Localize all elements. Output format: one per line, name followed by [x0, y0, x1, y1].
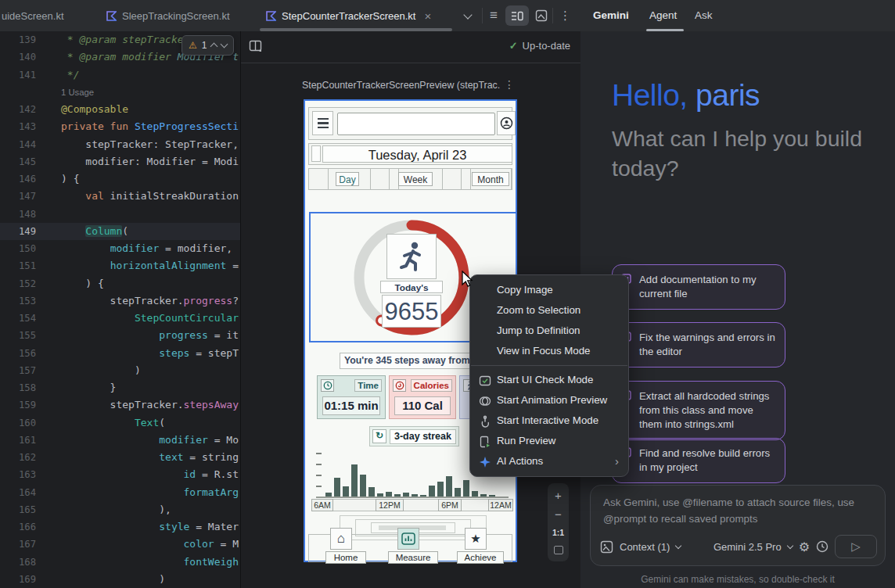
code-line: 162 text = string — [0, 449, 240, 466]
code-text: fontWeigh — [47, 554, 239, 571]
status-text: Up-to-date — [523, 40, 570, 52]
line-number: 146 — [0, 170, 47, 188]
tab-sleeptrackingscreen[interactable]: SleepTrackingScreen.kt — [106, 0, 230, 31]
code-text: style = Mater — [47, 518, 239, 536]
code-line: 147 val initialStreakDuration — [0, 188, 240, 205]
menu-item-copy-image[interactable]: Copy Image — [470, 280, 628, 300]
menu-item-start-animation-preview[interactable]: Start Animation Preview — [470, 390, 628, 411]
home-icon[interactable]: ⌂ — [330, 528, 352, 550]
tab-cell-divider — [442, 169, 443, 189]
zoom-to-fit-button[interactable] — [554, 546, 563, 554]
menu-item-jump-to-definition[interactable]: Jump to Definition — [470, 321, 628, 341]
layout-mode-icon[interactable] — [249, 39, 263, 56]
search-field[interactable] — [337, 113, 495, 135]
code-lines: 139 * @param stepTracker140 * @param mod… — [0, 31, 240, 588]
chart-axis-strip — [311, 499, 513, 511]
close-icon[interactable]: × — [424, 9, 431, 23]
code-line: 141 */ — [0, 66, 240, 84]
code-line: 144 stepTracker: StepTracker, — [0, 136, 240, 153]
attach-image-icon[interactable] — [600, 540, 613, 554]
suggestion-card[interactable]: Fix the warnings and errors in the edito… — [612, 322, 785, 368]
line-number: 153 — [0, 292, 47, 310]
greeting-subtitle: What can I help you build today? — [612, 124, 870, 183]
code-editor[interactable]: 139 * @param stepTracker140 * @param mod… — [0, 31, 240, 588]
settings-gear-icon[interactable]: ⚙ — [799, 540, 810, 554]
tab-cell-divider — [328, 169, 329, 189]
code-line: 159 stepTracker.stepsAway — [0, 396, 240, 414]
preview-options-icon[interactable]: ⋮ — [504, 78, 515, 91]
code-text: StepCountCircular — [47, 310, 239, 327]
axis-label: 12PM — [376, 499, 404, 511]
prev-warning-icon[interactable] — [210, 43, 218, 51]
more-options-icon[interactable]: ⋮ — [559, 0, 571, 31]
account-icon[interactable] — [497, 111, 516, 135]
context-selector[interactable]: Context (1) — [620, 541, 670, 553]
android-studio-window: uideScreen.kt SleepTrackingScreen.kt Ste… — [0, 0, 895, 588]
measure-icon[interactable] — [397, 528, 419, 550]
nav-label-achieve[interactable]: Achieve — [457, 551, 504, 564]
menu-item-zoom-to-selection[interactable]: Zoom to Selection — [470, 300, 628, 321]
line-number: 152 — [0, 275, 47, 292]
period-tab-month[interactable]: Month — [472, 172, 509, 186]
model-selector[interactable]: Gemini 2.5 Pro — [713, 541, 782, 553]
zoom-actual-size-button[interactable]: 1:1 — [552, 527, 564, 538]
code-text: ) — [47, 571, 165, 588]
achieve-icon[interactable]: ★ — [465, 528, 487, 550]
steps-away-text: You're 345 steps away from your — [340, 353, 487, 369]
period-tab-week[interactable]: Week — [398, 172, 433, 186]
code-view-icon[interactable]: ≡ — [490, 0, 498, 31]
send-button[interactable]: ▷ — [835, 535, 877, 558]
tab-label: StepCounterTrackerScreen.kt — [282, 10, 415, 22]
code-text: ) { — [47, 275, 104, 292]
suggestion-card[interactable]: Find and resolve build errors in my proj… — [612, 438, 785, 483]
tab-guidescreen[interactable]: uideScreen.kt — [2, 0, 64, 31]
code-text: 1 Usage — [47, 84, 94, 101]
code-line: 168 fontWeigh — [0, 554, 240, 571]
code-line: 145 modifier: Modifier = Modi — [0, 153, 240, 170]
kotlin-file-icon — [266, 11, 276, 21]
menu-item-label: Run Preview — [497, 435, 555, 446]
code-text: */ — [47, 66, 79, 84]
steps-count: 9655 — [382, 295, 441, 328]
inspection-widget[interactable]: ⚠1 — [182, 35, 234, 56]
period-tabs: DayWeekMonth — [308, 168, 512, 190]
next-warning-icon[interactable] — [221, 41, 228, 48]
period-tab-day[interactable]: Day — [336, 172, 359, 186]
history-clock-icon[interactable] — [816, 540, 829, 553]
code-text: private fun StepProgressSecti — [47, 118, 239, 135]
menu-icon[interactable] — [312, 111, 333, 135]
suggestion-text: Extract all hardcoded strings from this … — [639, 390, 769, 430]
code-text: color = M — [47, 536, 239, 553]
zoom-out-button[interactable]: − — [555, 509, 562, 520]
line-number: 142 — [0, 101, 47, 118]
tab-label: uideScreen.kt — [2, 10, 64, 22]
suggestion-card[interactable]: Add documentation to my current file — [612, 264, 785, 310]
tab-ask[interactable]: Ask — [695, 9, 713, 21]
nav-label-measure[interactable]: Measure — [388, 551, 438, 564]
menu-item-start-interactive-mode[interactable]: Start Interactive Mode — [470, 411, 628, 431]
tab-agent[interactable]: Agent — [649, 9, 677, 21]
menu-item-view-in-focus-mode[interactable]: View in Focus Mode — [470, 341, 628, 361]
menu-item-ai-actions[interactable]: AI Actions› — [470, 451, 628, 471]
stat-card-value: 01:15 min — [322, 396, 380, 415]
menu-item-start-ui-check-mode[interactable]: Start UI Check Mode — [470, 370, 628, 390]
zoom-in-button[interactable]: + — [555, 490, 562, 501]
code-text: text = string — [47, 449, 239, 466]
code-text: ) { — [47, 170, 79, 188]
code-text: @Composable — [47, 101, 128, 118]
chevron-down-icon[interactable] — [465, 0, 471, 31]
design-view-icon[interactable] — [535, 0, 548, 31]
prompt-input[interactable]: Ask Gemini, use @filename to attach sour… — [590, 485, 886, 566]
warning-count: 1 — [202, 40, 207, 51]
usage-inlay[interactable]: 1 Usage — [61, 88, 94, 97]
menu-item-run-preview[interactable]: Run Preview — [470, 431, 628, 451]
tab-stepcountertrackerscreen[interactable]: StepCounterTrackerScreen.kt × — [266, 0, 431, 31]
suggestion-card[interactable]: Extract all hardcoded strings from this … — [612, 381, 785, 440]
code-line: 158 } — [0, 379, 240, 396]
split-view-button[interactable] — [505, 5, 529, 26]
ai-actions-icon — [479, 455, 491, 468]
tab-cell-divider — [370, 169, 371, 189]
nav-label-home[interactable]: Home — [325, 551, 366, 564]
code-line: 167 color = M — [0, 536, 240, 553]
line-number: 158 — [0, 379, 47, 396]
